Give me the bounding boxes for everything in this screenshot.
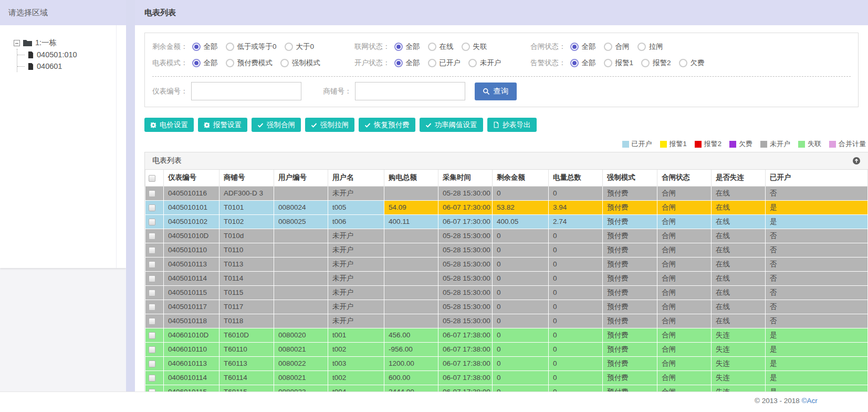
table-cell: 在线 <box>712 229 766 243</box>
shop-no-input[interactable] <box>355 82 465 100</box>
table-cell: 未开户 <box>328 271 384 285</box>
radio-button[interactable] <box>226 59 234 67</box>
radio-button[interactable] <box>394 43 403 51</box>
table-row: 040501010DT010d未开户05-28 15:30:0000预付费合闸在… <box>145 229 868 243</box>
action-button[interactable]: 报警设置 <box>198 118 247 132</box>
query-button[interactable]: 查询 <box>475 83 517 100</box>
radio-option[interactable]: 在线 <box>428 42 454 52</box>
action-button[interactable]: 强制合闸 <box>252 118 301 132</box>
row-checkbox[interactable] <box>149 332 155 339</box>
action-button[interactable]: 恢复预付费 <box>359 118 415 132</box>
radio-button[interactable] <box>462 43 470 51</box>
radio-option[interactable]: 全部 <box>394 58 420 68</box>
action-button[interactable]: 抄表导出 <box>487 118 537 132</box>
tree-root-node[interactable]: 1:一栋 <box>14 38 126 48</box>
table-cell: 05-28 15:30:00 <box>438 314 493 328</box>
table-cell: 0080023 <box>274 385 328 392</box>
tree-child-label: 040501:010 <box>37 50 77 59</box>
table-cell: 否 <box>766 271 868 285</box>
radio-option[interactable]: 合闸 <box>604 42 630 52</box>
radio-option[interactable]: 预付费模式 <box>226 58 273 68</box>
radio-button[interactable] <box>570 43 579 51</box>
action-button[interactable]: 强制拉闸 <box>305 118 354 132</box>
tree-child-node[interactable]: 040501:010 <box>17 49 126 60</box>
row-checkbox[interactable] <box>149 290 155 296</box>
column-header: 用户编号 <box>274 170 328 186</box>
row-checkbox[interactable] <box>149 346 155 353</box>
legend-label: 报警2 <box>704 139 721 149</box>
table-cell: 预付费 <box>603 385 657 392</box>
radio-option[interactable]: 全部 <box>570 42 596 52</box>
table-cell: 06-07 17:38:00 <box>438 385 493 392</box>
radio-button[interactable] <box>192 43 201 51</box>
radio-option-label: 欠费 <box>691 58 705 68</box>
radio-option[interactable]: 失联 <box>462 42 487 52</box>
table-row: 0405010116ADF300-D 3未开户05-28 15:30:0000预… <box>145 186 868 200</box>
row-checkbox[interactable] <box>149 261 155 268</box>
radio-button[interactable] <box>428 43 436 51</box>
radio-button[interactable] <box>394 59 403 67</box>
row-checkbox[interactable] <box>149 304 155 311</box>
row-checkbox[interactable] <box>149 318 155 325</box>
table-cell <box>274 271 328 285</box>
radio-button[interactable] <box>192 59 201 67</box>
radio-button[interactable] <box>468 59 477 67</box>
radio-option[interactable]: 欠费 <box>679 58 705 68</box>
radio-button[interactable] <box>226 43 234 51</box>
tree-connector <box>17 55 25 55</box>
row-checkbox[interactable] <box>149 190 155 197</box>
tree-collapse-icon[interactable] <box>14 40 20 46</box>
table-cell: -956.00 <box>384 342 438 356</box>
radio-button[interactable] <box>641 59 650 67</box>
table-cell: 未开户 <box>328 243 384 257</box>
row-checkbox[interactable] <box>149 233 155 240</box>
row-checkbox[interactable] <box>149 275 155 282</box>
table-cell: T0115 <box>219 285 274 300</box>
row-checkbox[interactable] <box>149 375 155 382</box>
radio-option[interactable]: 未开户 <box>468 58 501 68</box>
radio-option[interactable]: 全部 <box>192 42 218 52</box>
radio-option[interactable]: 报警2 <box>641 58 671 68</box>
radio-option[interactable]: 低于或等于0 <box>226 42 277 52</box>
row-checkbox[interactable] <box>149 219 155 225</box>
row-checkbox[interactable] <box>149 247 155 254</box>
table-cell: 预付费 <box>603 328 657 342</box>
radio-option[interactable]: 全部 <box>192 58 218 68</box>
radio-option[interactable]: 大于0 <box>285 42 315 52</box>
sidebar-title: 请选择区域 <box>0 0 126 25</box>
action-button[interactable]: 电价设置 <box>144 118 194 132</box>
radio-button[interactable] <box>570 59 579 67</box>
action-button[interactable]: 功率阈值设置 <box>420 118 483 132</box>
table-cell: 0406010115 <box>164 385 219 392</box>
radio-button[interactable] <box>604 59 612 67</box>
filter-label: 联网状态： <box>354 42 390 52</box>
radio-option[interactable]: 报警1 <box>604 58 634 68</box>
tree-child-node[interactable]: 040601 <box>17 60 126 72</box>
table-cell: 在线 <box>712 285 766 300</box>
table-cell: 在线 <box>712 314 766 328</box>
radio-button[interactable] <box>285 43 293 51</box>
copyright-link[interactable]: ©Acr <box>802 397 818 405</box>
radio-option[interactable]: 已开户 <box>428 58 461 68</box>
legend-label: 已开户 <box>632 139 652 149</box>
radio-button[interactable] <box>637 43 646 51</box>
table-cell: 0 <box>549 257 603 271</box>
table-cell: T0101 <box>219 200 274 214</box>
radio-option[interactable]: 全部 <box>570 58 596 68</box>
radio-button[interactable] <box>428 59 436 67</box>
radio-option[interactable]: 全部 <box>394 42 420 52</box>
table-cell: 0080021 <box>274 342 328 356</box>
table-cell <box>384 285 438 300</box>
collapse-up-icon[interactable] <box>852 157 861 165</box>
meter-no-input[interactable] <box>191 82 301 100</box>
table-cell: 未开户 <box>328 300 384 314</box>
select-all-checkbox[interactable] <box>149 175 155 182</box>
radio-option[interactable]: 强制模式 <box>280 58 320 68</box>
radio-button[interactable] <box>280 59 289 67</box>
radio-button[interactable] <box>679 59 687 67</box>
row-checkbox[interactable] <box>149 360 155 367</box>
radio-option-label: 全部 <box>406 42 420 52</box>
radio-button[interactable] <box>604 43 612 51</box>
row-checkbox[interactable] <box>149 204 155 211</box>
radio-option[interactable]: 拉闸 <box>637 42 663 52</box>
